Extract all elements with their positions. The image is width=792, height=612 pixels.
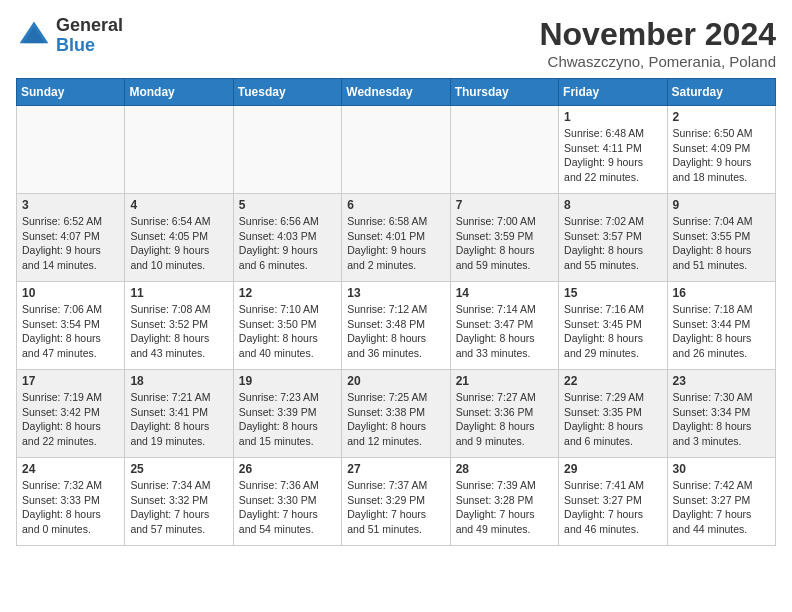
day-info: Sunrise: 7:18 AM Sunset: 3:44 PM Dayligh… — [673, 302, 770, 361]
column-header-thursday: Thursday — [450, 79, 558, 106]
day-number: 9 — [673, 198, 770, 212]
column-header-monday: Monday — [125, 79, 233, 106]
calendar-day-cell: 9Sunrise: 7:04 AM Sunset: 3:55 PM Daylig… — [667, 194, 775, 282]
calendar-week-row: 24Sunrise: 7:32 AM Sunset: 3:33 PM Dayli… — [17, 458, 776, 546]
location-subtitle: Chwaszczyno, Pomerania, Poland — [539, 53, 776, 70]
calendar-day-cell: 15Sunrise: 7:16 AM Sunset: 3:45 PM Dayli… — [559, 282, 667, 370]
calendar-day-cell: 27Sunrise: 7:37 AM Sunset: 3:29 PM Dayli… — [342, 458, 450, 546]
calendar-day-cell: 4Sunrise: 6:54 AM Sunset: 4:05 PM Daylig… — [125, 194, 233, 282]
day-info: Sunrise: 7:14 AM Sunset: 3:47 PM Dayligh… — [456, 302, 553, 361]
calendar-day-cell: 10Sunrise: 7:06 AM Sunset: 3:54 PM Dayli… — [17, 282, 125, 370]
day-info: Sunrise: 6:50 AM Sunset: 4:09 PM Dayligh… — [673, 126, 770, 185]
calendar-header-row: SundayMondayTuesdayWednesdayThursdayFrid… — [17, 79, 776, 106]
calendar-week-row: 3Sunrise: 6:52 AM Sunset: 4:07 PM Daylig… — [17, 194, 776, 282]
day-info: Sunrise: 7:37 AM Sunset: 3:29 PM Dayligh… — [347, 478, 444, 537]
calendar-day-cell: 29Sunrise: 7:41 AM Sunset: 3:27 PM Dayli… — [559, 458, 667, 546]
day-number: 8 — [564, 198, 661, 212]
column-header-wednesday: Wednesday — [342, 79, 450, 106]
day-info: Sunrise: 6:56 AM Sunset: 4:03 PM Dayligh… — [239, 214, 336, 273]
calendar-day-cell — [17, 106, 125, 194]
day-number: 18 — [130, 374, 227, 388]
day-info: Sunrise: 7:21 AM Sunset: 3:41 PM Dayligh… — [130, 390, 227, 449]
calendar-day-cell: 22Sunrise: 7:29 AM Sunset: 3:35 PM Dayli… — [559, 370, 667, 458]
day-info: Sunrise: 7:19 AM Sunset: 3:42 PM Dayligh… — [22, 390, 119, 449]
calendar-day-cell: 19Sunrise: 7:23 AM Sunset: 3:39 PM Dayli… — [233, 370, 341, 458]
day-info: Sunrise: 7:12 AM Sunset: 3:48 PM Dayligh… — [347, 302, 444, 361]
calendar-week-row: 10Sunrise: 7:06 AM Sunset: 3:54 PM Dayli… — [17, 282, 776, 370]
day-info: Sunrise: 7:04 AM Sunset: 3:55 PM Dayligh… — [673, 214, 770, 273]
day-info: Sunrise: 7:10 AM Sunset: 3:50 PM Dayligh… — [239, 302, 336, 361]
day-info: Sunrise: 7:16 AM Sunset: 3:45 PM Dayligh… — [564, 302, 661, 361]
calendar-day-cell: 3Sunrise: 6:52 AM Sunset: 4:07 PM Daylig… — [17, 194, 125, 282]
day-number: 11 — [130, 286, 227, 300]
calendar-day-cell: 12Sunrise: 7:10 AM Sunset: 3:50 PM Dayli… — [233, 282, 341, 370]
calendar-day-cell: 18Sunrise: 7:21 AM Sunset: 3:41 PM Dayli… — [125, 370, 233, 458]
calendar-day-cell — [233, 106, 341, 194]
day-info: Sunrise: 7:36 AM Sunset: 3:30 PM Dayligh… — [239, 478, 336, 537]
day-number: 23 — [673, 374, 770, 388]
calendar-day-cell: 16Sunrise: 7:18 AM Sunset: 3:44 PM Dayli… — [667, 282, 775, 370]
day-info: Sunrise: 6:48 AM Sunset: 4:11 PM Dayligh… — [564, 126, 661, 185]
calendar-day-cell: 28Sunrise: 7:39 AM Sunset: 3:28 PM Dayli… — [450, 458, 558, 546]
column-header-sunday: Sunday — [17, 79, 125, 106]
calendar-day-cell: 8Sunrise: 7:02 AM Sunset: 3:57 PM Daylig… — [559, 194, 667, 282]
day-number: 25 — [130, 462, 227, 476]
day-number: 4 — [130, 198, 227, 212]
day-number: 24 — [22, 462, 119, 476]
calendar-table: SundayMondayTuesdayWednesdayThursdayFrid… — [16, 78, 776, 546]
day-info: Sunrise: 7:39 AM Sunset: 3:28 PM Dayligh… — [456, 478, 553, 537]
day-info: Sunrise: 7:41 AM Sunset: 3:27 PM Dayligh… — [564, 478, 661, 537]
calendar-week-row: 1Sunrise: 6:48 AM Sunset: 4:11 PM Daylig… — [17, 106, 776, 194]
calendar-week-row: 17Sunrise: 7:19 AM Sunset: 3:42 PM Dayli… — [17, 370, 776, 458]
day-number: 22 — [564, 374, 661, 388]
day-info: Sunrise: 7:06 AM Sunset: 3:54 PM Dayligh… — [22, 302, 119, 361]
day-number: 14 — [456, 286, 553, 300]
calendar-day-cell — [450, 106, 558, 194]
calendar-day-cell: 14Sunrise: 7:14 AM Sunset: 3:47 PM Dayli… — [450, 282, 558, 370]
day-number: 1 — [564, 110, 661, 124]
calendar-day-cell: 25Sunrise: 7:34 AM Sunset: 3:32 PM Dayli… — [125, 458, 233, 546]
day-number: 20 — [347, 374, 444, 388]
logo-text: General Blue — [56, 16, 123, 56]
day-info: Sunrise: 7:29 AM Sunset: 3:35 PM Dayligh… — [564, 390, 661, 449]
month-title: November 2024 — [539, 16, 776, 53]
calendar-day-cell — [342, 106, 450, 194]
day-number: 16 — [673, 286, 770, 300]
day-number: 12 — [239, 286, 336, 300]
day-number: 15 — [564, 286, 661, 300]
day-info: Sunrise: 7:30 AM Sunset: 3:34 PM Dayligh… — [673, 390, 770, 449]
page-header: General Blue November 2024 Chwaszczyno, … — [16, 16, 776, 70]
column-header-tuesday: Tuesday — [233, 79, 341, 106]
calendar-day-cell: 2Sunrise: 6:50 AM Sunset: 4:09 PM Daylig… — [667, 106, 775, 194]
day-number: 2 — [673, 110, 770, 124]
calendar-day-cell: 17Sunrise: 7:19 AM Sunset: 3:42 PM Dayli… — [17, 370, 125, 458]
day-number: 21 — [456, 374, 553, 388]
calendar-day-cell: 13Sunrise: 7:12 AM Sunset: 3:48 PM Dayli… — [342, 282, 450, 370]
day-number: 5 — [239, 198, 336, 212]
day-number: 10 — [22, 286, 119, 300]
day-number: 30 — [673, 462, 770, 476]
day-number: 27 — [347, 462, 444, 476]
day-info: Sunrise: 7:02 AM Sunset: 3:57 PM Dayligh… — [564, 214, 661, 273]
logo: General Blue — [16, 16, 123, 56]
day-number: 3 — [22, 198, 119, 212]
day-info: Sunrise: 7:08 AM Sunset: 3:52 PM Dayligh… — [130, 302, 227, 361]
day-number: 19 — [239, 374, 336, 388]
day-number: 17 — [22, 374, 119, 388]
day-info: Sunrise: 7:00 AM Sunset: 3:59 PM Dayligh… — [456, 214, 553, 273]
day-info: Sunrise: 6:52 AM Sunset: 4:07 PM Dayligh… — [22, 214, 119, 273]
day-number: 29 — [564, 462, 661, 476]
calendar-day-cell: 26Sunrise: 7:36 AM Sunset: 3:30 PM Dayli… — [233, 458, 341, 546]
title-area: November 2024 Chwaszczyno, Pomerania, Po… — [539, 16, 776, 70]
day-number: 28 — [456, 462, 553, 476]
calendar-day-cell: 23Sunrise: 7:30 AM Sunset: 3:34 PM Dayli… — [667, 370, 775, 458]
day-number: 13 — [347, 286, 444, 300]
day-number: 26 — [239, 462, 336, 476]
day-info: Sunrise: 7:27 AM Sunset: 3:36 PM Dayligh… — [456, 390, 553, 449]
day-info: Sunrise: 6:54 AM Sunset: 4:05 PM Dayligh… — [130, 214, 227, 273]
day-info: Sunrise: 7:42 AM Sunset: 3:27 PM Dayligh… — [673, 478, 770, 537]
calendar-day-cell: 7Sunrise: 7:00 AM Sunset: 3:59 PM Daylig… — [450, 194, 558, 282]
calendar-day-cell: 30Sunrise: 7:42 AM Sunset: 3:27 PM Dayli… — [667, 458, 775, 546]
day-number: 6 — [347, 198, 444, 212]
day-info: Sunrise: 7:32 AM Sunset: 3:33 PM Dayligh… — [22, 478, 119, 537]
